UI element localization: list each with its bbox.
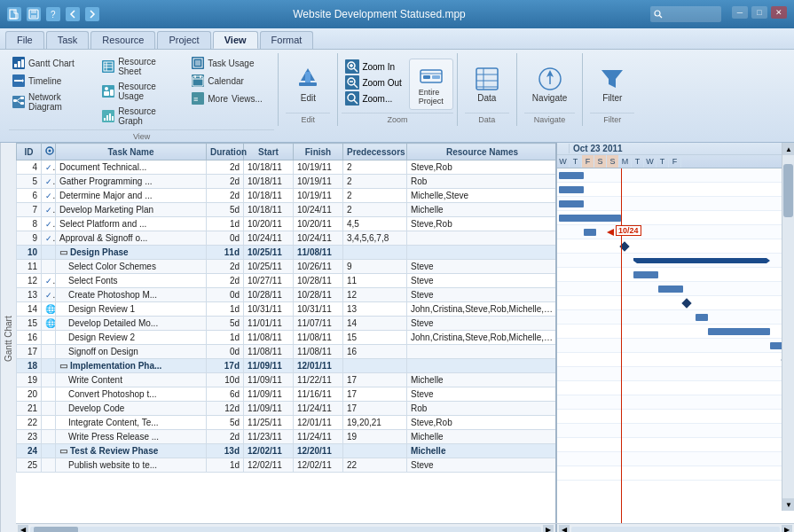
gantt-row — [557, 395, 794, 410]
svg-point-5 — [655, 11, 660, 16]
data-button[interactable]: Data — [465, 60, 509, 107]
tab-resource[interactable]: Resource — [90, 31, 155, 49]
table-row[interactable]: 18▭Implementation Pha...17d11/09/1112/01… — [17, 359, 558, 373]
edit-group-label: Edit — [286, 113, 330, 124]
table-row[interactable]: 7✓🌐Develop Marketing Plan5d10/18/1110/24… — [17, 203, 558, 217]
table-row[interactable]: 10▭Design Phase11d10/25/1111/08/11 — [17, 246, 558, 260]
col-name[interactable]: Task Name — [56, 144, 207, 160]
gantt-row — [557, 282, 794, 296]
resource-sheet-button[interactable]: Resource Sheet — [98, 55, 185, 78]
resource-usage-button[interactable]: Resource Usage — [98, 80, 185, 103]
gantt-row — [557, 211, 794, 225]
scroll-down-button[interactable]: ▼ — [782, 498, 794, 511]
zoom-out-button[interactable]: Zoom Out — [342, 74, 405, 90]
table-row[interactable]: 11Select Color Schemes2d10/25/1110/26/11… — [17, 260, 558, 274]
gantt-chart-button[interactable]: Gantt Chart — [9, 55, 95, 71]
close-button[interactable]: ✕ — [771, 6, 787, 19]
col-flag — [42, 144, 56, 160]
tab-format[interactable]: Format — [260, 31, 314, 49]
col-start[interactable]: Start — [244, 144, 294, 160]
table-row[interactable]: 23Write Press Release ...2d11/23/1111/24… — [17, 430, 558, 444]
svg-rect-52 — [432, 75, 440, 79]
table-row[interactable]: 6✓Determine Major and ...2d10/18/1110/19… — [17, 189, 558, 203]
gantt-row — [557, 239, 794, 254]
gantt-row — [557, 325, 794, 339]
gantt-row — [557, 424, 794, 438]
col-finish[interactable]: Finish — [294, 144, 343, 160]
col-resources[interactable]: Resource Names — [407, 144, 558, 160]
svg-rect-17 — [104, 62, 113, 71]
title-bar-icons: ? — [7, 7, 99, 21]
h-scroll-left[interactable]: ◀ — [18, 525, 28, 533]
table-row[interactable]: 8✓Select Platform and ...1d10/20/1110/20… — [17, 217, 558, 231]
h-scroll-right[interactable]: ▶ — [543, 525, 554, 533]
svg-rect-26 — [109, 113, 111, 121]
gantt-h-scroll-track[interactable] — [571, 527, 780, 533]
table-row[interactable]: 22Integrate Content, Te...5d11/25/1112/0… — [17, 416, 558, 430]
tab-file[interactable]: File — [5, 31, 44, 49]
forward-icon[interactable] — [85, 7, 99, 21]
svg-rect-23 — [110, 90, 114, 96]
tab-project[interactable]: Project — [157, 31, 210, 49]
calendar-button[interactable]: Calendar — [188, 73, 274, 89]
tab-task[interactable]: Task — [46, 31, 90, 49]
task-table: ID Task Name Duration Start Finish Prede… — [16, 143, 557, 473]
svg-rect-3 — [31, 15, 36, 18]
table-row[interactable]: 19Write Content10d11/09/1111/22/1117Mich… — [17, 373, 558, 387]
col-predecessors[interactable]: Predecessors — [343, 144, 407, 160]
col-duration[interactable]: Duration — [207, 144, 244, 160]
h-scroll-track[interactable] — [30, 527, 541, 533]
edit-button[interactable]: Edit — [286, 60, 330, 107]
network-diagram-button[interactable]: Network Diagram — [9, 90, 95, 113]
back-icon[interactable] — [66, 7, 80, 21]
more-views-button[interactable]: ≡ MoreViews... — [188, 90, 274, 106]
entire-project-button[interactable]: EntireProject — [409, 59, 453, 110]
svg-rect-13 — [20, 97, 24, 99]
table-row[interactable]: 25Publish website to te...1d12/02/1112/0… — [17, 458, 558, 473]
zoom-group-label: Zoom — [342, 113, 452, 124]
gantt-row — [557, 296, 794, 310]
table-row[interactable]: 4✓Document Technical...2d10/18/1110/19/1… — [17, 160, 558, 175]
gantt-h-scroll-left[interactable]: ◀ — [559, 525, 570, 533]
table-row[interactable]: 5✓Gather Programming ...2d10/18/1110/19/… — [17, 175, 558, 189]
gantt-row — [557, 268, 794, 282]
zoom-in-button[interactable]: Zoom In — [342, 59, 405, 74]
col-id[interactable]: ID — [17, 144, 42, 160]
gantt-row — [557, 410, 794, 424]
table-row[interactable]: 16Design Review 21d11/08/1111/08/1115Joh… — [17, 331, 558, 345]
task-usage-button[interactable]: Task Usage — [188, 55, 274, 71]
filter-button[interactable]: Filter — [590, 60, 634, 107]
minimize-button[interactable]: ─ — [732, 6, 748, 19]
gantt-h-scroll-right[interactable]: ▶ — [782, 525, 792, 533]
timeline-button[interactable]: Timeline — [9, 73, 95, 89]
navigate-button[interactable]: Navigate — [524, 60, 575, 107]
svg-rect-25 — [106, 115, 108, 121]
tab-view[interactable]: View — [213, 31, 258, 49]
gantt-row — [557, 353, 794, 367]
table-row[interactable]: 12✓Select Fonts2d10/27/1110/28/1111Steve — [17, 274, 558, 288]
table-row[interactable]: 17Signoff on Design0d11/08/1111/08/1116 — [17, 345, 558, 359]
gantt-row — [557, 183, 794, 197]
ribbon: Gantt Chart Timeline Network Diagram — [0, 50, 794, 143]
svg-rect-0 — [10, 10, 16, 19]
svg-line-48 — [354, 100, 358, 104]
svg-rect-39 — [305, 72, 311, 82]
svg-rect-22 — [104, 91, 109, 96]
resource-graph-button[interactable]: Resource Graph — [98, 105, 185, 128]
table-row[interactable]: 9✓Approval & Signoff o...0d10/24/1110/24… — [17, 231, 558, 246]
gantt-row — [557, 466, 794, 481]
zoom-button[interactable]: Zoom... — [342, 90, 405, 106]
svg-rect-27 — [112, 116, 114, 121]
restore-button[interactable]: □ — [751, 6, 767, 19]
svg-rect-37 — [299, 82, 317, 86]
table-row[interactable]: 20Convert Photoshop t...6d11/09/1111/16/… — [17, 387, 558, 402]
svg-rect-51 — [423, 75, 430, 79]
svg-line-41 — [354, 68, 358, 72]
scroll-track[interactable] — [782, 155, 794, 498]
table-row[interactable]: 14🌐Design Review 11d10/31/1110/31/1113Jo… — [17, 302, 558, 317]
table-row[interactable]: 13✓Create Photoshop M...0d10/28/1110/28/… — [17, 288, 558, 302]
table-row[interactable]: 21Develop Code12d11/09/1111/24/1117Rob — [17, 402, 558, 416]
table-row[interactable]: 15🌐Develop Detailed Mo...5d11/01/1111/07… — [17, 317, 558, 331]
table-row[interactable]: 24▭Test & Review Phase13d12/02/1112/20/1… — [17, 444, 558, 458]
scroll-up-button[interactable]: ▲ — [782, 143, 794, 155]
